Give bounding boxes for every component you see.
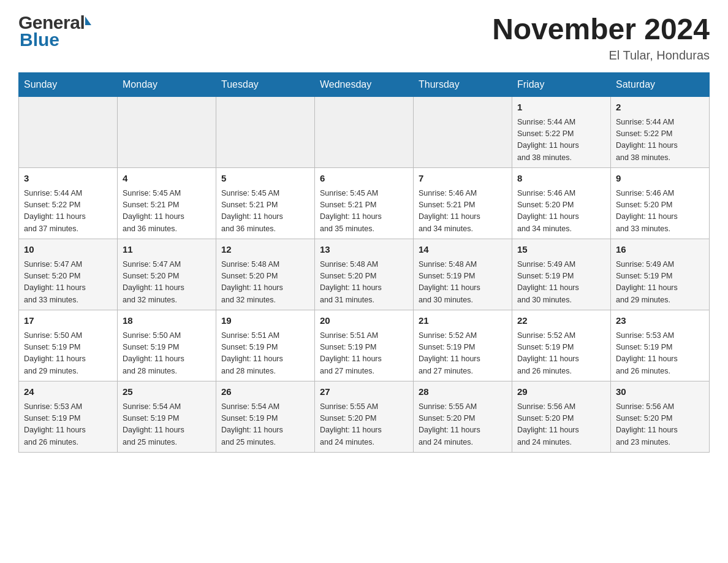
calendar-cell: 6Sunrise: 5:45 AMSunset: 5:21 PMDaylight…: [315, 168, 414, 239]
day-info: Sunrise: 5:52 AMSunset: 5:19 PMDaylight:…: [419, 330, 507, 378]
calendar-cell: 19Sunrise: 5:51 AMSunset: 5:19 PMDayligh…: [216, 310, 315, 381]
calendar-cell: 22Sunrise: 5:52 AMSunset: 5:19 PMDayligh…: [512, 310, 611, 381]
day-number: 22: [517, 314, 605, 328]
day-number: 1: [517, 101, 605, 115]
day-number: 13: [320, 243, 408, 257]
day-info: Sunrise: 5:44 AMSunset: 5:22 PMDaylight:…: [517, 117, 605, 164]
day-info: Sunrise: 5:48 AMSunset: 5:20 PMDaylight:…: [221, 259, 309, 307]
calendar-week-row: 1Sunrise: 5:44 AMSunset: 5:22 PMDaylight…: [19, 97, 710, 168]
day-info: Sunrise: 5:55 AMSunset: 5:20 PMDaylight:…: [419, 401, 507, 449]
calendar-week-row: 17Sunrise: 5:50 AMSunset: 5:19 PMDayligh…: [19, 310, 710, 381]
calendar-cell: [414, 97, 512, 168]
day-number: 25: [123, 385, 211, 399]
logo-blue-text: Blue: [18, 29, 59, 50]
calendar-cell: [19, 97, 118, 168]
day-number: 26: [221, 385, 309, 399]
weekday-header-wednesday: Wednesday: [315, 73, 414, 97]
weekday-header-monday: Monday: [118, 73, 216, 97]
day-number: 14: [419, 243, 507, 257]
day-info: Sunrise: 5:49 AMSunset: 5:19 PMDaylight:…: [616, 259, 704, 307]
day-info: Sunrise: 5:47 AMSunset: 5:20 PMDaylight:…: [123, 259, 211, 307]
day-info: Sunrise: 5:49 AMSunset: 5:19 PMDaylight:…: [517, 259, 605, 307]
day-number: 28: [419, 385, 507, 399]
calendar-week-row: 24Sunrise: 5:53 AMSunset: 5:19 PMDayligh…: [19, 381, 710, 453]
day-number: 4: [123, 172, 211, 186]
calendar-cell: 8Sunrise: 5:46 AMSunset: 5:20 PMDaylight…: [512, 168, 611, 239]
calendar-cell: 29Sunrise: 5:56 AMSunset: 5:20 PMDayligh…: [512, 381, 611, 453]
calendar-header: SundayMondayTuesdayWednesdayThursdayFrid…: [19, 73, 710, 97]
calendar-cell: 5Sunrise: 5:45 AMSunset: 5:21 PMDaylight…: [216, 168, 315, 239]
day-info: Sunrise: 5:45 AMSunset: 5:21 PMDaylight:…: [320, 188, 408, 236]
calendar-cell: 15Sunrise: 5:49 AMSunset: 5:19 PMDayligh…: [512, 239, 611, 310]
calendar-cell: 30Sunrise: 5:56 AMSunset: 5:20 PMDayligh…: [611, 381, 710, 453]
day-number: 23: [616, 314, 704, 328]
calendar-cell: 7Sunrise: 5:46 AMSunset: 5:21 PMDaylight…: [414, 168, 512, 239]
day-number: 10: [24, 243, 112, 257]
weekday-header-row: SundayMondayTuesdayWednesdayThursdayFrid…: [19, 73, 710, 97]
calendar-week-row: 10Sunrise: 5:47 AMSunset: 5:20 PMDayligh…: [19, 239, 710, 310]
calendar-cell: 9Sunrise: 5:46 AMSunset: 5:20 PMDaylight…: [611, 168, 710, 239]
day-number: 21: [419, 314, 507, 328]
day-number: 5: [221, 172, 309, 186]
day-info: Sunrise: 5:46 AMSunset: 5:20 PMDaylight:…: [517, 188, 605, 236]
day-number: 12: [221, 243, 309, 257]
day-number: 29: [517, 385, 605, 399]
day-number: 18: [123, 314, 211, 328]
day-number: 16: [616, 243, 704, 257]
weekday-header-sunday: Sunday: [19, 73, 118, 97]
day-info: Sunrise: 5:47 AMSunset: 5:20 PMDaylight:…: [24, 259, 112, 307]
day-info: Sunrise: 5:46 AMSunset: 5:20 PMDaylight:…: [616, 188, 704, 236]
calendar-cell: 28Sunrise: 5:55 AMSunset: 5:20 PMDayligh…: [414, 381, 512, 453]
day-number: 15: [517, 243, 605, 257]
day-info: Sunrise: 5:46 AMSunset: 5:21 PMDaylight:…: [419, 188, 507, 236]
day-info: Sunrise: 5:54 AMSunset: 5:19 PMDaylight:…: [123, 401, 211, 449]
day-number: 8: [517, 172, 605, 186]
calendar-cell: 18Sunrise: 5:50 AMSunset: 5:19 PMDayligh…: [118, 310, 216, 381]
calendar-cell: 12Sunrise: 5:48 AMSunset: 5:20 PMDayligh…: [216, 239, 315, 310]
calendar-table: SundayMondayTuesdayWednesdayThursdayFrid…: [18, 72, 710, 453]
day-number: 27: [320, 385, 408, 399]
logo-arrow-icon: [85, 17, 91, 25]
day-number: 2: [616, 101, 704, 115]
calendar-cell: 4Sunrise: 5:45 AMSunset: 5:21 PMDaylight…: [118, 168, 216, 239]
title-block: November 2024 El Tular, Honduras: [492, 12, 710, 63]
day-number: 6: [320, 172, 408, 186]
day-info: Sunrise: 5:44 AMSunset: 5:22 PMDaylight:…: [24, 188, 112, 236]
calendar-cell: 16Sunrise: 5:49 AMSunset: 5:19 PMDayligh…: [611, 239, 710, 310]
calendar-cell: 3Sunrise: 5:44 AMSunset: 5:22 PMDaylight…: [19, 168, 118, 239]
calendar-cell: 17Sunrise: 5:50 AMSunset: 5:19 PMDayligh…: [19, 310, 118, 381]
weekday-header-friday: Friday: [512, 73, 611, 97]
day-number: 11: [123, 243, 211, 257]
weekday-header-tuesday: Tuesday: [216, 73, 315, 97]
calendar-cell: 14Sunrise: 5:48 AMSunset: 5:19 PMDayligh…: [414, 239, 512, 310]
calendar-cell: [216, 97, 315, 168]
day-info: Sunrise: 5:56 AMSunset: 5:20 PMDaylight:…: [616, 401, 704, 449]
calendar-body: 1Sunrise: 5:44 AMSunset: 5:22 PMDaylight…: [19, 97, 710, 453]
calendar-cell: 27Sunrise: 5:55 AMSunset: 5:20 PMDayligh…: [315, 381, 414, 453]
calendar-cell: 20Sunrise: 5:51 AMSunset: 5:19 PMDayligh…: [315, 310, 414, 381]
day-info: Sunrise: 5:50 AMSunset: 5:19 PMDaylight:…: [123, 330, 211, 378]
calendar-cell: 21Sunrise: 5:52 AMSunset: 5:19 PMDayligh…: [414, 310, 512, 381]
calendar-cell: 24Sunrise: 5:53 AMSunset: 5:19 PMDayligh…: [19, 381, 118, 453]
calendar-cell: 23Sunrise: 5:53 AMSunset: 5:19 PMDayligh…: [611, 310, 710, 381]
calendar-week-row: 3Sunrise: 5:44 AMSunset: 5:22 PMDaylight…: [19, 168, 710, 239]
day-info: Sunrise: 5:55 AMSunset: 5:20 PMDaylight:…: [320, 401, 408, 449]
day-number: 20: [320, 314, 408, 328]
day-info: Sunrise: 5:45 AMSunset: 5:21 PMDaylight:…: [123, 188, 211, 236]
day-number: 19: [221, 314, 309, 328]
calendar-subtitle: El Tular, Honduras: [492, 48, 710, 63]
day-info: Sunrise: 5:51 AMSunset: 5:19 PMDaylight:…: [320, 330, 408, 378]
calendar-cell: 10Sunrise: 5:47 AMSunset: 5:20 PMDayligh…: [19, 239, 118, 310]
day-number: 24: [24, 385, 112, 399]
calendar-title: November 2024: [492, 12, 710, 46]
day-number: 9: [616, 172, 704, 186]
calendar-cell: 11Sunrise: 5:47 AMSunset: 5:20 PMDayligh…: [118, 239, 216, 310]
day-info: Sunrise: 5:45 AMSunset: 5:21 PMDaylight:…: [221, 188, 309, 236]
calendar-cell: 1Sunrise: 5:44 AMSunset: 5:22 PMDaylight…: [512, 97, 611, 168]
day-info: Sunrise: 5:54 AMSunset: 5:19 PMDaylight:…: [221, 401, 309, 449]
day-number: 3: [24, 172, 112, 186]
calendar-cell: 25Sunrise: 5:54 AMSunset: 5:19 PMDayligh…: [118, 381, 216, 453]
day-info: Sunrise: 5:56 AMSunset: 5:20 PMDaylight:…: [517, 401, 605, 449]
calendar-cell: [118, 97, 216, 168]
day-info: Sunrise: 5:53 AMSunset: 5:19 PMDaylight:…: [24, 401, 112, 449]
